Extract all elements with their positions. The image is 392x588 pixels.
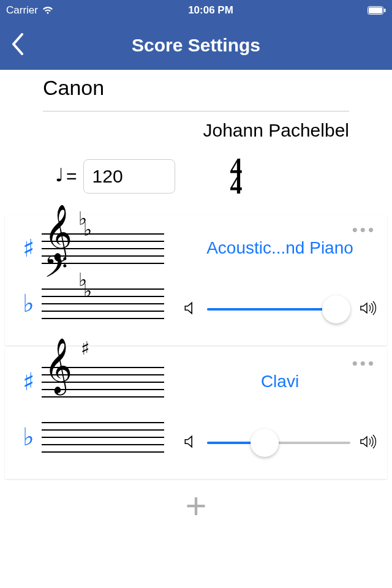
key-signature: ♭ ♭	[78, 213, 92, 235]
add-instrument-button[interactable]: +	[185, 485, 206, 526]
sharp-button[interactable]: ♯	[15, 368, 42, 396]
instrument-card: ••• ♯ 𝄞 ♯ Clavi ♭	[5, 348, 387, 479]
battery-icon	[368, 6, 386, 15]
more-button[interactable]: •••	[352, 221, 376, 239]
time-sig-bottom: 4	[230, 176, 243, 195]
speaker-low-icon[interactable]	[183, 300, 198, 318]
instrument-card: ••• ♯ 𝄞 ♭ ♭ Acoustic...nd Piano ♭ 𝄢 ♭ ♭	[5, 214, 387, 345]
speaker-high-icon[interactable]	[359, 300, 377, 318]
flat-button[interactable]: ♭	[15, 423, 42, 451]
status-bar: Carrier 10:06 PM	[0, 0, 392, 21]
add-row: +	[0, 481, 392, 524]
empty-staff	[42, 409, 164, 464]
treble-clef-icon: 𝄞	[44, 208, 72, 256]
song-title[interactable]: Canon	[43, 76, 349, 100]
treble-staff: 𝄞 ♯	[42, 354, 164, 409]
key-signature: ♯	[81, 343, 90, 354]
treble-clef-icon: 𝄞	[44, 342, 72, 390]
speaker-high-icon[interactable]	[359, 434, 377, 452]
nav-title: Score Settings	[0, 35, 392, 56]
speaker-low-icon[interactable]	[183, 434, 198, 452]
time-signature[interactable]: 4 4	[230, 159, 243, 194]
sharp-button[interactable]: ♯	[15, 234, 42, 263]
divider	[43, 111, 349, 111]
bass-staff: 𝄢 ♭ ♭	[42, 276, 164, 331]
svg-rect-2	[369, 7, 382, 13]
tempo-input[interactable]	[83, 159, 175, 194]
volume-slider[interactable]	[207, 431, 350, 455]
quarter-note-icon: ♩	[55, 166, 64, 184]
volume-slider[interactable]	[207, 297, 350, 322]
instrument-name[interactable]: Clavi	[183, 372, 377, 391]
key-signature: ♭ ♭	[78, 274, 92, 296]
svg-rect-1	[384, 9, 386, 12]
nav-bar: Score Settings	[0, 21, 392, 70]
score-header: Canon Johann Pachelbel	[0, 70, 392, 141]
bass-clef-icon: 𝄢	[44, 252, 68, 289]
carrier-label: Carrier	[6, 4, 38, 17]
composer-name[interactable]: Johann Pachelbel	[43, 120, 349, 141]
flat-button[interactable]: ♭	[15, 289, 42, 318]
tempo-row: ♩ = 4 4	[0, 141, 392, 212]
instrument-name[interactable]: Acoustic...nd Piano	[183, 238, 377, 258]
wifi-icon	[42, 6, 54, 15]
more-button[interactable]: •••	[352, 354, 376, 373]
equals-sign: =	[66, 166, 77, 187]
status-time: 10:06 PM	[188, 4, 233, 17]
back-button[interactable]	[11, 33, 24, 58]
